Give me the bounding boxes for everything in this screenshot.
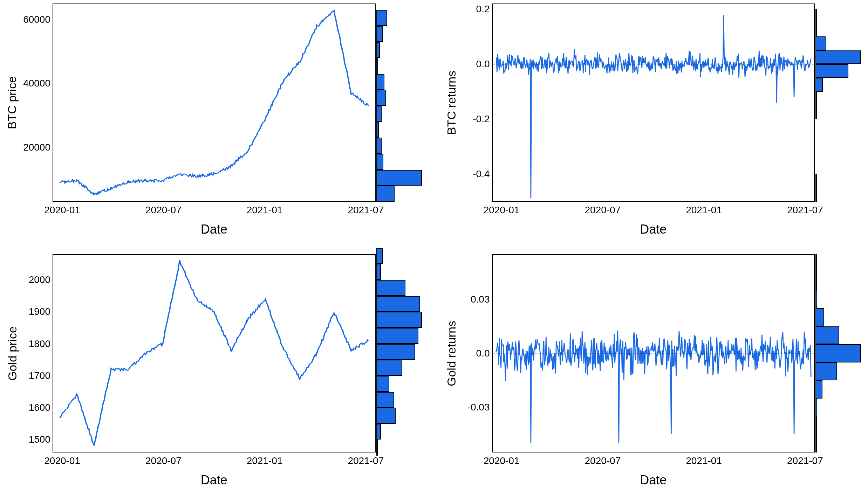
y-tick: 40000 xyxy=(19,78,50,89)
y-tick: 2000 xyxy=(19,274,50,285)
zero-baseline xyxy=(493,353,814,354)
y-tick: 1500 xyxy=(19,434,50,445)
hist-bar xyxy=(376,170,422,186)
panel-gold-returns: Gold returns -0.030.00.03 2020-012020-07… xyxy=(443,254,861,494)
hist-bar xyxy=(376,376,389,392)
hist-bar xyxy=(815,254,817,272)
hist-bar xyxy=(376,312,422,328)
y-ticks: 200004000060000 xyxy=(21,4,53,202)
hist-bar xyxy=(376,26,383,42)
x-tick: 2020-01 xyxy=(484,205,520,216)
hist-bar xyxy=(815,50,861,64)
hist-bar xyxy=(376,106,382,122)
marginal-histogram xyxy=(376,254,422,452)
x-tick: 2020-07 xyxy=(145,455,182,466)
hist-bar xyxy=(815,399,817,416)
y-tick: 1700 xyxy=(19,370,50,381)
hist-bar xyxy=(815,344,861,362)
y-tick: -0.2 xyxy=(458,113,490,125)
hist-bar xyxy=(815,416,817,434)
ylabel: BTC price xyxy=(4,4,21,202)
x-tick: 2021-07 xyxy=(787,455,823,466)
x-tick: 2020-01 xyxy=(44,205,80,216)
y-tick: -0.4 xyxy=(458,168,490,180)
y-ticks: -0.030.00.03 xyxy=(460,254,492,452)
hist-bar xyxy=(815,174,817,202)
x-tick: 2020-07 xyxy=(585,205,621,216)
xlabel: Date xyxy=(53,222,376,237)
x-ticks: 2020-012020-072021-012021-07 xyxy=(492,452,815,468)
zero-baseline xyxy=(493,64,814,65)
x-tick: 2020-01 xyxy=(44,455,80,466)
hist-bar xyxy=(815,362,837,380)
x-tick: 2021-01 xyxy=(247,205,283,216)
hist-bar xyxy=(815,64,848,78)
hist-bar xyxy=(376,264,381,280)
xlabel: Date xyxy=(492,222,815,237)
hist-bar xyxy=(376,360,402,376)
panel-btc-price: BTC price 200004000060000 2020-012020-07… xyxy=(4,4,422,244)
hist-bar xyxy=(376,90,387,106)
panel-btc-returns: BTC returns -0.4-0.20.00.2 2020-012020-0… xyxy=(443,4,861,244)
y-ticks: -0.4-0.20.00.2 xyxy=(460,4,492,202)
hist-bar xyxy=(376,58,378,74)
hist-bar xyxy=(376,10,387,26)
y-tick: 1600 xyxy=(19,402,50,413)
x-ticks: 2020-012020-072021-012021-07 xyxy=(53,202,376,217)
y-tick: -0.03 xyxy=(458,402,490,413)
hist-bar xyxy=(376,74,384,90)
marginal-histogram xyxy=(815,4,861,202)
x-tick: 2020-07 xyxy=(145,205,182,216)
hist-bar xyxy=(815,435,817,452)
line-series xyxy=(493,4,814,201)
hist-bar xyxy=(815,92,817,119)
hist-bar xyxy=(376,138,382,154)
y-tick: 1900 xyxy=(19,306,50,317)
x-tick: 2021-07 xyxy=(348,205,384,216)
x-tick: 2021-07 xyxy=(787,205,823,216)
hist-bar xyxy=(376,280,406,296)
hist-bar xyxy=(376,392,394,408)
hist-bar xyxy=(376,42,380,58)
y-tick: 0.0 xyxy=(458,58,490,70)
plot-area xyxy=(492,254,815,452)
ylabel: Gold price xyxy=(4,254,21,452)
hist-bar xyxy=(815,78,823,91)
chart-grid: BTC price 200004000060000 2020-012020-07… xyxy=(0,0,868,498)
plot-area xyxy=(492,4,815,202)
y-tick: 1800 xyxy=(19,338,50,350)
marginal-histogram xyxy=(376,4,422,202)
ylabel: BTC returns xyxy=(443,4,460,202)
hist-bar xyxy=(815,308,824,326)
hist-bar xyxy=(376,122,379,138)
x-tick: 2020-01 xyxy=(484,455,520,466)
hist-bar xyxy=(815,272,817,290)
hist-bar xyxy=(376,424,381,440)
line-series xyxy=(53,4,375,201)
hist-bar xyxy=(815,380,822,398)
x-tick: 2021-07 xyxy=(348,455,384,466)
hist-bar xyxy=(376,328,419,344)
y-tick: 20000 xyxy=(19,142,50,153)
y-tick: 0.2 xyxy=(458,4,490,15)
x-tick: 2021-01 xyxy=(686,205,722,216)
x-tick: 2020-07 xyxy=(585,455,621,466)
plot-area xyxy=(53,254,376,452)
y-ticks: 150016001700180019002000 xyxy=(21,254,53,452)
x-ticks: 2020-012020-072021-012021-07 xyxy=(53,452,376,468)
hist-bar xyxy=(815,36,826,50)
y-tick: 60000 xyxy=(19,14,50,25)
x-tick: 2021-01 xyxy=(686,455,722,466)
hist-bar xyxy=(815,326,839,344)
panel-gold-price: Gold price 150016001700180019002000 2020… xyxy=(4,254,422,494)
hist-bar xyxy=(376,344,415,360)
x-ticks: 2020-012020-072021-012021-07 xyxy=(492,202,815,217)
hist-bar xyxy=(376,154,384,170)
x-tick: 2021-01 xyxy=(247,455,283,466)
hist-bar xyxy=(376,408,396,424)
xlabel: Date xyxy=(53,473,376,487)
hist-bar xyxy=(376,186,395,202)
ylabel: Gold returns xyxy=(443,254,460,452)
hist-bar xyxy=(815,23,817,36)
marginal-histogram xyxy=(815,254,861,452)
